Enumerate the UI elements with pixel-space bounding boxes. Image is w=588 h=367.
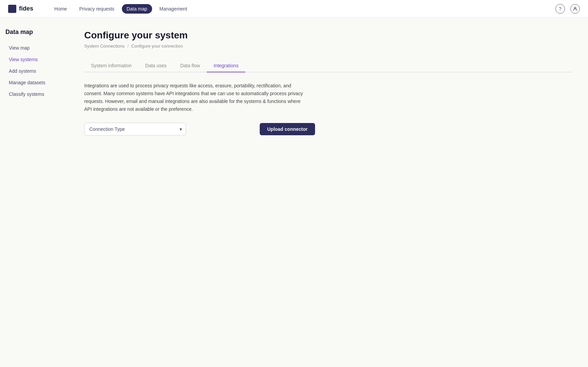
main-layout: Data map View map View systems Add syste… xyxy=(0,18,588,367)
logo-area: fides xyxy=(8,5,33,13)
tab-integrations[interactable]: Integrations xyxy=(207,59,245,72)
tab-data-flow[interactable]: Data flow xyxy=(173,59,207,72)
nav-right: ? xyxy=(555,4,580,14)
nav-link-management[interactable]: Management xyxy=(155,4,192,14)
tabs-container: System information Data uses Data flow I… xyxy=(84,59,572,72)
nav-link-home[interactable]: Home xyxy=(50,4,72,14)
tab-system-information[interactable]: System information xyxy=(84,59,139,72)
logo-icon xyxy=(8,5,16,13)
help-icon[interactable]: ? xyxy=(555,4,565,14)
sidebar-item-add-systems[interactable]: Add systems xyxy=(5,66,62,76)
user-icon[interactable] xyxy=(570,4,580,14)
breadcrumb: System Connections / Configure your conn… xyxy=(84,43,572,49)
sidebar-item-classify-systems[interactable]: Classify systems xyxy=(5,89,62,100)
sidebar-title: Data map xyxy=(5,29,62,36)
nav-link-privacy-requests[interactable]: Privacy requests xyxy=(74,4,119,14)
logo-text: fides xyxy=(19,5,33,12)
breadcrumb-separator: / xyxy=(127,43,129,49)
top-navigation: fides Home Privacy requests Data map Man… xyxy=(0,0,588,18)
connection-type-wrapper: Connection Type ▾ xyxy=(84,123,186,136)
content-area: Configure your system System Connections… xyxy=(68,18,588,367)
nav-links: Home Privacy requests Data map Managemen… xyxy=(50,4,545,14)
nav-link-data-map[interactable]: Data map xyxy=(122,4,152,14)
integrations-description: Integrations are used to process privacy… xyxy=(84,82,308,113)
breadcrumb-configure-connection: Configure your connection xyxy=(131,43,183,49)
sidebar-item-manage-datasets[interactable]: Manage datasets xyxy=(5,77,62,88)
connection-row: Connection Type ▾ Upload connector xyxy=(84,123,315,136)
sidebar-item-view-map[interactable]: View map xyxy=(5,42,62,53)
breadcrumb-system-connections[interactable]: System Connections xyxy=(84,43,125,49)
page-title: Configure your system xyxy=(84,30,572,41)
sidebar-item-view-systems[interactable]: View systems xyxy=(5,54,62,65)
connection-type-select[interactable]: Connection Type xyxy=(84,123,186,136)
tab-data-uses[interactable]: Data uses xyxy=(139,59,173,72)
upload-connector-button[interactable]: Upload connector xyxy=(260,123,315,135)
sidebar: Data map View map View systems Add syste… xyxy=(0,18,68,367)
